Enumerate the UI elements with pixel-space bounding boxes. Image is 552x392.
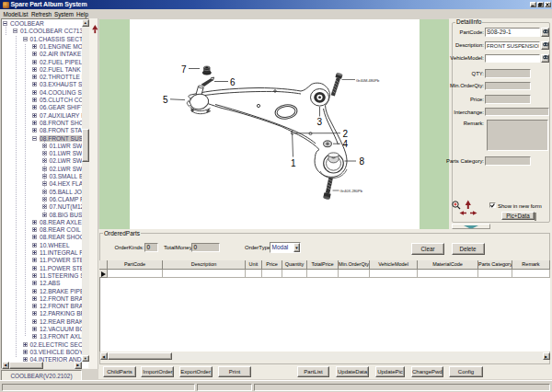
svg-text:1: 1 xyxy=(291,158,296,168)
svg-text:Gr40X-280Pb: Gr40X-280Pb xyxy=(340,189,363,193)
svg-text:6: 6 xyxy=(230,77,236,87)
svg-text:2: 2 xyxy=(343,129,349,139)
svg-text:5: 5 xyxy=(163,95,168,105)
svg-text:8: 8 xyxy=(360,156,365,167)
svg-text:Gr40M-480Pb: Gr40M-480Pb xyxy=(356,78,380,83)
svg-text:3: 3 xyxy=(317,117,323,127)
svg-text:7: 7 xyxy=(181,64,187,75)
svg-text:4: 4 xyxy=(343,139,349,149)
